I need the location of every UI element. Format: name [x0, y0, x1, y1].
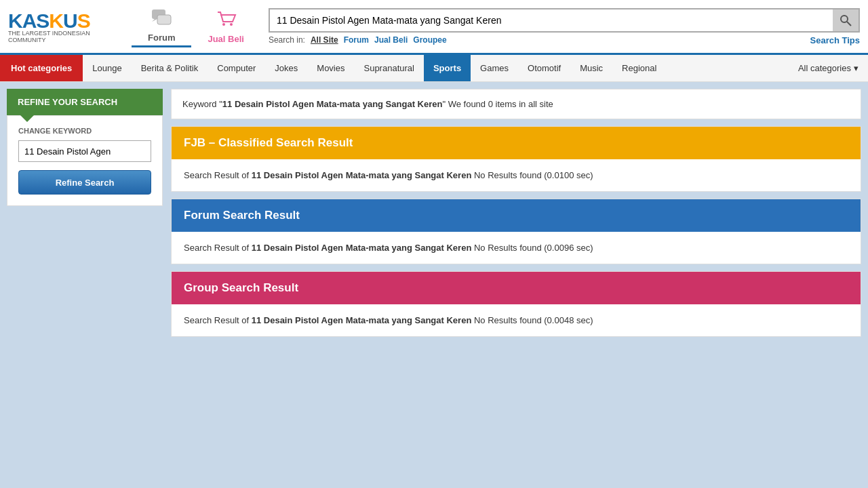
results-area: Keyword "11 Desain Pistol Agen Mata-mata… — [171, 89, 861, 344]
svg-point-3 — [222, 23, 225, 26]
fjb-body-suffix: No Results found (0.0100 sec) — [471, 170, 593, 180]
forum-nav-btn[interactable]: Forum — [132, 5, 191, 47]
search-button[interactable] — [833, 8, 860, 33]
forum-nav-label: Forum — [148, 33, 175, 43]
hot-categories-btn[interactable]: Hot categories — [0, 55, 83, 81]
all-categories-label: All categories — [798, 63, 851, 73]
group-header: Group Search Result — [172, 272, 861, 304]
forum-section: Forum Search Result Search Result of 11 … — [171, 199, 861, 264]
forum-icon — [151, 8, 172, 31]
cart-icon — [215, 9, 237, 33]
forum-header: Forum Search Result — [172, 199, 861, 232]
nav-icons: Forum Jual Beli — [132, 5, 260, 47]
logo-tagline: THE LARGEST INDONESIAN COMMUNITY — [8, 30, 123, 43]
svg-marker-2 — [152, 19, 157, 22]
group-body-suffix: No Results found (0.0048 sec) — [471, 315, 593, 325]
search-groupee[interactable]: Groupee — [413, 35, 446, 45]
keyword-prefix: Keyword " — [182, 99, 222, 109]
search-tips-link[interactable]: Search Tips — [810, 35, 860, 45]
search-options-row: Search in: All Site Forum Jual Beli Grou… — [269, 35, 860, 45]
search-area: Search in: All Site Forum Jual Beli Grou… — [269, 8, 860, 45]
fjb-body-prefix: Search Result of — [184, 170, 252, 180]
cat-movies[interactable]: Movies — [307, 55, 354, 81]
forum-body-prefix: Search Result of — [184, 243, 252, 253]
keyword-input[interactable] — [18, 140, 151, 162]
all-categories-btn[interactable]: All categories ▾ — [789, 55, 868, 81]
forum-body-keyword: 11 Desain Pistol Agen Mata-mata yang San… — [252, 243, 472, 253]
categories-bar: Hot categories Lounge Berita & Politik C… — [0, 55, 868, 82]
svg-line-6 — [847, 22, 851, 26]
forum-body: Search Result of 11 Desain Pistol Agen M… — [172, 232, 861, 264]
cat-games[interactable]: Games — [471, 55, 518, 81]
search-input[interactable] — [269, 8, 833, 33]
fjb-body: Search Result of 11 Desain Pistol Agen M… — [172, 159, 861, 191]
cat-regional[interactable]: Regional — [612, 55, 666, 81]
top-bar: KASKUS THE LARGEST INDONESIAN COMMUNITY … — [0, 0, 868, 55]
search-in-label: Search in: — [269, 35, 305, 45]
keyword-text: 11 Desain Pistol Agen Mata-mata yang San… — [222, 99, 443, 109]
cat-sports[interactable]: Sports — [424, 55, 471, 81]
main-content: REFINE YOUR SEARCH CHANGE KEYWORD Refine… — [0, 82, 868, 350]
cat-otomotif[interactable]: Otomotif — [518, 55, 570, 81]
search-all-site[interactable]: All Site — [311, 35, 338, 45]
fjb-header: FJB – Classified Search Result — [172, 127, 861, 159]
chevron-down-icon: ▾ — [854, 63, 859, 73]
cat-supranatural[interactable]: Supranatural — [354, 55, 423, 81]
keyword-result-bar: Keyword "11 Desain Pistol Agen Mata-mata… — [171, 89, 861, 119]
group-body-keyword: 11 Desain Pistol Agen Mata-mata yang San… — [252, 315, 472, 325]
group-header-text: Group Search Result — [184, 281, 298, 294]
logo-area: KASKUS THE LARGEST INDONESIAN COMMUNITY — [8, 9, 123, 43]
cat-lounge[interactable]: Lounge — [83, 55, 131, 81]
refine-header: REFINE YOUR SEARCH — [7, 89, 163, 115]
jualbeli-nav-label: Jual Beli — [208, 34, 243, 44]
svg-rect-1 — [157, 15, 171, 24]
fjb-body-keyword: 11 Desain Pistol Agen Mata-mata yang San… — [252, 170, 472, 180]
refine-label: REFINE YOUR SEARCH — [18, 97, 117, 107]
cat-computer[interactable]: Computer — [208, 55, 265, 81]
search-jualbeli[interactable]: Jual Beli — [374, 35, 408, 45]
sidebar: REFINE YOUR SEARCH CHANGE KEYWORD Refine… — [7, 89, 163, 344]
search-forum[interactable]: Forum — [344, 35, 369, 45]
svg-point-4 — [230, 23, 233, 26]
forum-header-text: Forum Search Result — [184, 209, 300, 222]
fjb-header-text: FJB – Classified Search Result — [184, 136, 353, 149]
cat-jokes[interactable]: Jokes — [265, 55, 307, 81]
keyword-suffix: " We found 0 items in all site — [442, 99, 553, 109]
change-keyword-label: CHANGE KEYWORD — [18, 127, 151, 135]
cat-berita[interactable]: Berita & Politik — [132, 55, 208, 81]
group-section: Group Search Result Search Result of 11 … — [171, 271, 861, 337]
refine-body: CHANGE KEYWORD Refine Search — [7, 115, 163, 206]
forum-body-suffix: No Results found (0.0096 sec) — [471, 243, 593, 253]
svg-point-5 — [841, 16, 848, 22]
group-body-prefix: Search Result of — [184, 315, 252, 325]
refine-search-button[interactable]: Refine Search — [18, 170, 151, 195]
fjb-section: FJB – Classified Search Result Search Re… — [171, 126, 861, 192]
jualbeli-nav-btn[interactable]: Jual Beli — [191, 7, 260, 47]
search-box-row — [269, 8, 860, 33]
group-body: Search Result of 11 Desain Pistol Agen M… — [172, 304, 861, 336]
cat-music[interactable]: Music — [570, 55, 612, 81]
